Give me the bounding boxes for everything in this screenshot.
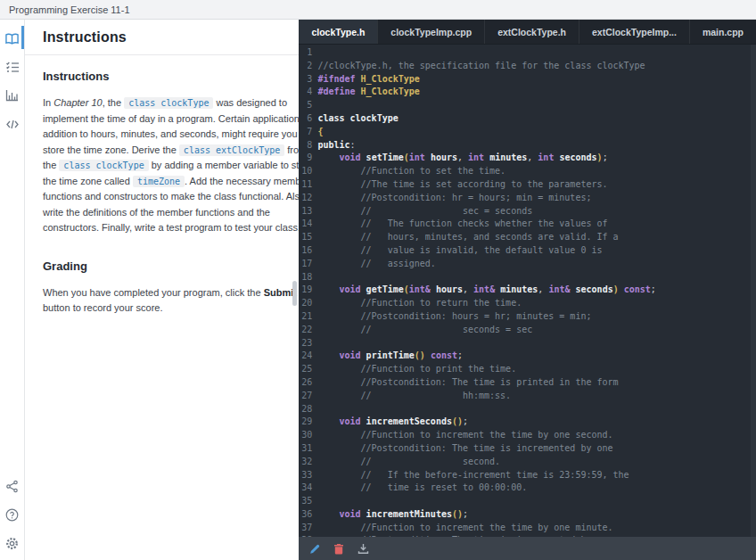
book-open-icon xyxy=(4,32,20,45)
tab-main-cpp[interactable]: main.cpp xyxy=(689,20,756,44)
code-line: 12 //Postcondition: hr = hours; min = mi… xyxy=(299,192,756,205)
line-number: 38 xyxy=(299,534,317,537)
line-number: 3 xyxy=(299,73,317,86)
line-number: 9 xyxy=(299,152,317,165)
line-number: 6 xyxy=(299,112,317,126)
code-line-content: // hh:mm:ss. xyxy=(317,390,511,403)
code-line: 26 //Postcondition: The time is printed … xyxy=(299,376,756,390)
line-number: 37 xyxy=(299,522,317,535)
code-line: 37 //Function to increment the time by o… xyxy=(299,522,756,535)
code-line: 13 // sec = seconds xyxy=(299,205,756,218)
line-number: 7 xyxy=(299,126,317,139)
code-line: 32 // second. xyxy=(299,456,756,469)
code-line: 29 void incrementSeconds(); xyxy=(299,416,756,429)
line-number: 28 xyxy=(299,403,317,416)
code-line: 5 xyxy=(299,99,756,112)
edit-pencil-button[interactable] xyxy=(308,542,321,555)
code-line-content: void setTime(int hours, int minutes, int… xyxy=(317,152,607,165)
instructions-panel: Instructions Instructions In Chapter 10,… xyxy=(25,20,299,560)
code-line-content: void getTime(int& hours, int& minutes, i… xyxy=(317,284,656,297)
code-line-content: // sec = seconds xyxy=(317,205,532,218)
emphasis-text: Chapter 10 xyxy=(53,97,102,108)
code-area[interactable]: 12//clockType.h, the specification file … xyxy=(299,45,756,537)
instructions-panel-header: Instructions xyxy=(25,20,299,55)
code-line: 10 //Function to set the time. xyxy=(299,165,756,178)
code-line-content: //Function to return the time. xyxy=(317,297,522,310)
line-number: 23 xyxy=(299,337,317,350)
line-number: 24 xyxy=(299,350,317,363)
code-line-content: { xyxy=(317,126,323,139)
tab-clocktype-h[interactable]: clockType.h xyxy=(299,20,377,44)
code-icon xyxy=(5,119,20,130)
code-line-content: // The function checks whether the value… xyxy=(317,218,607,231)
code-line-content: //Postcondition: The time is printed in … xyxy=(317,376,618,390)
code-line: 6class clockType xyxy=(299,112,756,126)
code-line: 21 //Postcondition: hours = hr; minutes … xyxy=(299,310,756,324)
line-number: 14 xyxy=(299,218,317,231)
gear-icon xyxy=(5,537,19,550)
line-number: 29 xyxy=(299,416,317,429)
inline-code: timeZone xyxy=(133,176,185,187)
code-line-content: //clockType.h, the specification file fo… xyxy=(317,60,645,73)
code-line-content: //Postcondition: The time is incremented… xyxy=(317,534,591,537)
code-line: 18 xyxy=(299,271,756,284)
code-line: 19 void getTime(int& hours, int& minutes… xyxy=(299,284,756,297)
code-line-content: // hours, minutes, and seconds are valid… xyxy=(317,231,618,244)
sidebar-item-stats[interactable] xyxy=(0,84,25,107)
line-number: 11 xyxy=(299,178,317,192)
line-number: 1 xyxy=(299,46,317,60)
line-number: 4 xyxy=(299,86,317,99)
line-number: 31 xyxy=(299,442,317,456)
code-line: 30 //Function to increment the time by o… xyxy=(299,429,756,442)
code-line-content: public: xyxy=(317,139,355,152)
code-line-content: //Function to set the time. xyxy=(317,165,505,178)
code-line: 1 xyxy=(299,46,756,60)
main-layout: Instructions Instructions In Chapter 10,… xyxy=(0,20,756,560)
code-line: 31 //Postcondition: The time is incremen… xyxy=(299,442,756,456)
window-title: Programming Exercise 11-1 xyxy=(9,4,130,15)
code-line: 15 // hours, minutes, and seconds are va… xyxy=(299,231,756,244)
instructions-scrollbar-thumb[interactable] xyxy=(292,281,297,306)
download-button[interactable] xyxy=(357,542,369,555)
line-number: 34 xyxy=(299,482,317,495)
code-line: 17 // assigned. xyxy=(299,258,756,271)
sidebar-item-help[interactable] xyxy=(0,503,25,526)
sidebar-item-code[interactable] xyxy=(0,112,25,136)
line-number: 17 xyxy=(299,258,317,271)
pencil-icon xyxy=(309,543,321,555)
tab-extclocktype-h[interactable]: extClockType.h xyxy=(484,20,579,44)
sidebar-item-share[interactable] xyxy=(0,474,25,498)
line-number: 33 xyxy=(299,469,317,482)
instructions-paragraph: In Chapter 10, the class clockType was d… xyxy=(43,95,299,236)
code-line: 34 // time is reset to 00:00:00. xyxy=(299,482,756,495)
checklist-icon xyxy=(5,61,20,73)
sidebar-item-guide[interactable] xyxy=(0,27,25,50)
editor-toolbar xyxy=(299,537,756,560)
code-line-content: //Postcondition: hours = hr; minutes = m… xyxy=(317,310,591,324)
delete-file-button[interactable] xyxy=(333,542,345,555)
code-line-content: // If the before-increment time is 23:59… xyxy=(317,469,629,482)
line-number: 22 xyxy=(299,324,317,337)
code-line-content: #ifndef H_ClockType xyxy=(317,73,419,86)
code-line: 2//clockType.h, the specification file f… xyxy=(299,60,756,73)
code-lines: 12//clockType.h, the specification file … xyxy=(299,46,756,537)
tab-extclocktypeimp-[interactable]: extClockTypeImp... xyxy=(579,20,689,44)
line-number: 8 xyxy=(299,139,317,152)
code-line: 28 xyxy=(299,403,756,416)
tab-clocktypeimp-cpp[interactable]: clockTypeImp.cpp xyxy=(377,20,484,44)
sidebar-item-checklist[interactable] xyxy=(0,55,25,78)
sidebar-item-settings[interactable] xyxy=(0,531,25,555)
code-line-content: void printTime() const; xyxy=(317,350,463,363)
code-line: 14 // The function checks whether the va… xyxy=(299,218,756,231)
code-line-content: // assigned. xyxy=(317,258,435,271)
editor-tabs: clockType.hclockTypeImp.cppextClockType.… xyxy=(299,20,756,45)
section-heading-instructions: Instructions xyxy=(43,70,275,83)
code-line: 27 // hh:mm:ss. xyxy=(299,390,756,403)
line-number: 5 xyxy=(299,99,317,112)
share-icon xyxy=(5,480,19,493)
editor-scrollbar-track[interactable] xyxy=(751,45,756,537)
section-heading-grading: Grading xyxy=(43,259,275,273)
code-line: 35 xyxy=(299,495,756,508)
line-number: 21 xyxy=(299,310,317,324)
bar-chart-icon xyxy=(5,89,19,102)
